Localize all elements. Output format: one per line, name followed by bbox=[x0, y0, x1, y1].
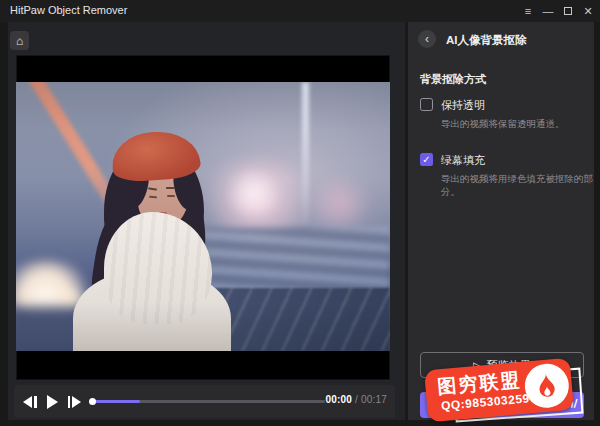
seek-buffered-fill bbox=[92, 400, 140, 403]
home-icon: ⌂ bbox=[16, 35, 23, 47]
triangle-right bbox=[72, 396, 81, 408]
step-forward-icon[interactable] bbox=[68, 394, 82, 410]
option-description-green-screen-fill: 导出的视频将用绿色填充被抠除的部分。 bbox=[441, 173, 593, 199]
settings-sidebar: ‹ AI人像背景抠除 背景抠除方式 保持透明 导出的视频将保留透明通道。 ✓ 绿… bbox=[408, 22, 594, 420]
city-lights-bokeh bbox=[221, 170, 287, 216]
bar bbox=[68, 396, 71, 408]
triangle-left bbox=[23, 396, 32, 408]
app-window: HitPaw Object Remover ≡ — ✕ ⌂ bbox=[0, 0, 600, 426]
check-icon: ✓ bbox=[422, 154, 430, 165]
close-icon[interactable]: ✕ bbox=[578, 0, 598, 22]
player-buttons bbox=[14, 394, 81, 410]
minimize-icon[interactable]: — bbox=[538, 0, 558, 22]
window-title: HitPaw Object Remover bbox=[10, 4, 127, 16]
seek-thumb[interactable] bbox=[89, 398, 96, 405]
step-backward-icon[interactable] bbox=[23, 394, 37, 410]
current-time: 00:00 bbox=[325, 394, 352, 405]
maximize-icon[interactable] bbox=[558, 0, 578, 22]
time-separator: / bbox=[352, 394, 361, 405]
option-description-keep-transparent: 导出的视频将保留透明通道。 bbox=[441, 118, 593, 131]
woman-face-feature bbox=[166, 187, 175, 189]
maximize-square bbox=[564, 7, 572, 15]
option-label-green-screen-fill[interactable]: 绿幕填充 bbox=[441, 153, 485, 168]
player-bar: 00:00 / 00:17 bbox=[14, 385, 395, 418]
flame-icon bbox=[529, 368, 564, 403]
bar bbox=[34, 396, 37, 408]
back-icon: ‹ bbox=[425, 32, 429, 46]
window-controls: ≡ — ✕ bbox=[518, 0, 598, 22]
flame-logo bbox=[523, 362, 571, 410]
time-display: 00:00 / 00:17 bbox=[325, 394, 387, 405]
menu-icon[interactable]: ≡ bbox=[518, 0, 538, 22]
play-icon[interactable] bbox=[47, 394, 58, 410]
city-lights-bokeh bbox=[304, 178, 376, 230]
video-preview bbox=[16, 82, 390, 351]
checkbox-keep-transparent[interactable] bbox=[420, 98, 433, 111]
option-label-keep-transparent[interactable]: 保持透明 bbox=[441, 98, 485, 113]
checkbox-green-screen-fill[interactable]: ✓ bbox=[420, 153, 433, 166]
woman-face-feature bbox=[167, 195, 175, 197]
back-button[interactable]: ‹ bbox=[418, 30, 436, 48]
section-title: 背景抠除方式 bbox=[420, 72, 486, 87]
seek-slider[interactable] bbox=[92, 400, 325, 403]
triangle-right bbox=[47, 395, 58, 409]
title-bar: HitPaw Object Remover ≡ — ✕ bbox=[0, 0, 600, 22]
home-button[interactable]: ⌂ bbox=[10, 31, 29, 50]
sidebar-title: AI人像背景抠除 bbox=[446, 33, 527, 48]
duration: 00:17 bbox=[361, 394, 387, 405]
